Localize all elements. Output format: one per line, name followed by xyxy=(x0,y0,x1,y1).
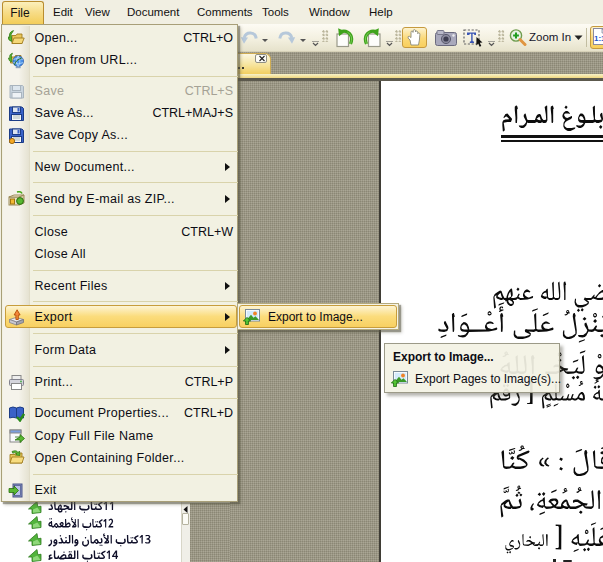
svg-text:1:1: 1:1 xyxy=(594,34,603,43)
